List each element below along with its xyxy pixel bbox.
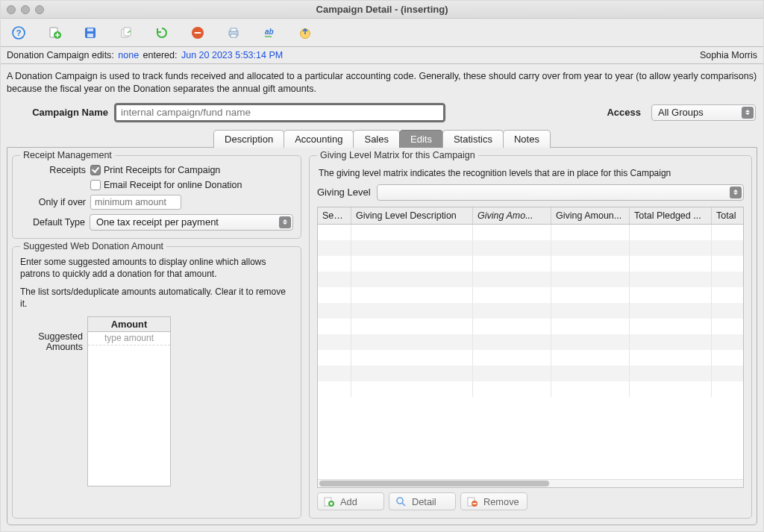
remove-icon bbox=[467, 496, 478, 507]
add-button[interactable]: Add bbox=[317, 492, 384, 510]
dropdown-arrows-icon bbox=[279, 216, 291, 228]
matrix-desc: The giving level matrix indicates the re… bbox=[317, 165, 744, 184]
svg-rect-12 bbox=[231, 28, 237, 31]
campaign-name-label: Campaign Name bbox=[8, 107, 108, 118]
svg-rect-21 bbox=[473, 503, 477, 504]
tab-notes[interactable]: Notes bbox=[503, 130, 551, 148]
tab-edits[interactable]: Edits bbox=[399, 130, 443, 148]
remove-label: Remove bbox=[483, 496, 519, 507]
print-icon[interactable] bbox=[226, 25, 241, 40]
name-row: Campaign Name Access All Groups bbox=[1, 103, 763, 128]
receipt-management-fieldset: Receipt Management Receipts Print Receip… bbox=[12, 155, 301, 239]
duplicate-icon[interactable] bbox=[119, 25, 134, 40]
revert-icon[interactable] bbox=[154, 25, 169, 40]
print-receipts-label: Print Receipts for Campaign bbox=[104, 165, 220, 175]
tab-statistics[interactable]: Statistics bbox=[442, 130, 504, 148]
suggested-amounts-label: Suggested Amounts bbox=[20, 316, 83, 486]
remove-button[interactable]: Remove bbox=[460, 492, 527, 510]
default-type-select[interactable]: One tax receipt per payment bbox=[90, 214, 293, 231]
add-icon bbox=[324, 496, 334, 507]
access-select[interactable]: All Groups bbox=[651, 104, 756, 121]
default-type-value: One tax receipt per payment bbox=[96, 216, 219, 228]
print-receipts-checkbox[interactable]: Print Receipts for Campaign bbox=[90, 165, 220, 175]
save-icon[interactable] bbox=[83, 25, 98, 40]
scroll-thumb[interactable] bbox=[319, 481, 549, 486]
delete-icon[interactable] bbox=[190, 25, 205, 40]
tab-bar: Description Accounting Sales Edits Stati… bbox=[1, 130, 763, 148]
horizontal-scrollbar[interactable] bbox=[318, 479, 743, 487]
table-row[interactable] bbox=[318, 334, 743, 350]
status-entered-label: entered: bbox=[140, 50, 180, 60]
toolbar: ? ab bbox=[1, 19, 763, 47]
access-value: All Groups bbox=[658, 107, 704, 118]
table-row[interactable] bbox=[318, 272, 743, 287]
matrix-legend: Giving Level Matrix for this Campaign bbox=[317, 150, 478, 160]
suggested-desc-1: Enter some suggested amounts to display … bbox=[20, 256, 293, 280]
detail-button[interactable]: Detail bbox=[389, 492, 456, 510]
email-receipt-checkbox[interactable]: Email Receipt for online Donation bbox=[90, 180, 242, 190]
col-total[interactable]: Total bbox=[712, 207, 743, 224]
dropdown-arrows-icon bbox=[742, 107, 754, 119]
table-row[interactable] bbox=[318, 256, 743, 272]
table-row[interactable] bbox=[318, 350, 743, 366]
checkbox-checked-icon bbox=[90, 165, 101, 175]
minimize-window-icon[interactable] bbox=[21, 5, 30, 14]
svg-text:?: ? bbox=[16, 28, 22, 37]
status-bar: Donation Campaign edits: none entered: J… bbox=[1, 47, 763, 64]
access-label: Access bbox=[607, 107, 641, 118]
status-entered: Jun 20 2023 5:53:14 PM bbox=[181, 50, 283, 60]
detail-label: Detail bbox=[412, 496, 436, 507]
table-row[interactable] bbox=[318, 240, 743, 256]
table-body[interactable] bbox=[318, 225, 743, 479]
giving-level-matrix-fieldset: Giving Level Matrix for this Campaign Th… bbox=[309, 155, 752, 519]
table-row[interactable] bbox=[318, 319, 743, 334]
amount-input-cell[interactable]: type amount bbox=[88, 332, 170, 345]
col-giving-amount-min[interactable]: Giving Amo... bbox=[473, 207, 551, 224]
giving-level-select[interactable] bbox=[377, 184, 744, 201]
suggested-amounts-grid[interactable]: Amount type amount bbox=[87, 316, 171, 486]
table-header: Seq # Giving Level Description Giving Am… bbox=[318, 207, 743, 225]
table-row[interactable] bbox=[318, 366, 743, 381]
right-column: Giving Level Matrix for this Campaign Th… bbox=[309, 155, 757, 525]
receipts-label: Receipts bbox=[20, 165, 86, 175]
tab-description[interactable]: Description bbox=[213, 130, 284, 148]
svg-rect-13 bbox=[231, 34, 237, 37]
help-icon[interactable]: ? bbox=[11, 25, 26, 40]
left-column: Receipt Management Receipts Print Receip… bbox=[7, 155, 301, 525]
detail-icon bbox=[395, 496, 406, 507]
svg-point-18 bbox=[397, 498, 403, 504]
suggested-legend: Suggested Web Donation Amount bbox=[20, 241, 166, 251]
table-row[interactable] bbox=[318, 225, 743, 240]
col-total-pledged[interactable]: Total Pledged ... bbox=[630, 207, 712, 224]
receipt-legend: Receipt Management bbox=[20, 150, 115, 160]
new-icon[interactable] bbox=[47, 25, 62, 40]
spellcheck-icon[interactable]: ab bbox=[262, 25, 277, 40]
only-if-over-input[interactable] bbox=[90, 195, 181, 210]
col-seq[interactable]: Seq # bbox=[318, 207, 351, 224]
status-edits: none bbox=[118, 50, 139, 60]
zoom-window-icon[interactable] bbox=[35, 5, 44, 14]
col-giving-amount-max[interactable]: Giving Amoun... bbox=[551, 207, 630, 224]
checkbox-unchecked-icon bbox=[90, 180, 101, 190]
campaign-name-input[interactable] bbox=[114, 103, 445, 122]
table-row[interactable] bbox=[318, 303, 743, 319]
tab-sales[interactable]: Sales bbox=[353, 130, 400, 148]
close-window-icon[interactable] bbox=[7, 5, 16, 14]
giving-level-table: Seq # Giving Level Description Giving Am… bbox=[317, 207, 744, 488]
window-title: Campaign Detail - (inserting) bbox=[1, 4, 763, 15]
tab-accounting[interactable]: Accounting bbox=[284, 130, 354, 148]
amount-column-header: Amount bbox=[88, 317, 170, 332]
tab-panel: Receipt Management Receipts Print Receip… bbox=[7, 147, 757, 525]
table-row[interactable] bbox=[318, 287, 743, 303]
col-description[interactable]: Giving Level Description bbox=[351, 207, 473, 224]
content: Receipt Management Receipts Print Receip… bbox=[1, 147, 763, 531]
amount-grid-body[interactable]: type amount bbox=[88, 332, 170, 486]
status-user: Sophia Morris bbox=[700, 50, 757, 60]
svg-text:ab: ab bbox=[265, 28, 274, 36]
export-icon[interactable] bbox=[298, 25, 313, 40]
table-row[interactable] bbox=[318, 381, 743, 397]
help-text: A Donation Campaign is used to track fun… bbox=[1, 64, 763, 103]
default-type-label: Default Type bbox=[20, 217, 85, 228]
traffic-lights bbox=[7, 5, 44, 14]
suggested-desc-2: The list sorts/deduplicate amounts autom… bbox=[20, 286, 293, 310]
